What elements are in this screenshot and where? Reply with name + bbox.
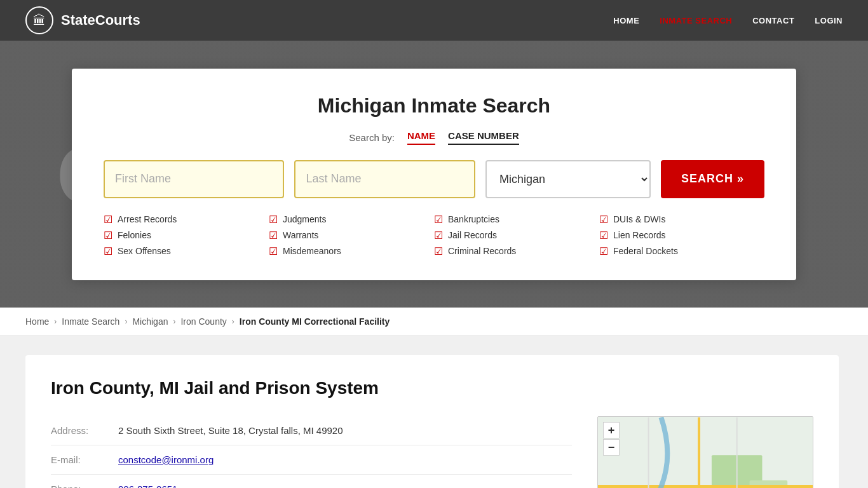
search-card-title: Michigan Inmate Search	[104, 94, 764, 118]
email-row: E-mail: constcode@ironmi.org	[51, 445, 572, 475]
search-by-label: Search by:	[349, 132, 395, 143]
checkbox-item: ☑Misdemeanors	[269, 245, 434, 257]
checkmark-icon: ☑	[599, 245, 608, 257]
checkbox-label: Warrants	[283, 230, 318, 240]
last-name-input[interactable]	[294, 160, 475, 198]
phone-link-digit[interactable]: 1	[172, 484, 177, 488]
checkmark-icon: ☑	[434, 214, 443, 226]
checkmark-icon: ☑	[434, 245, 443, 257]
email-link[interactable]: constcode@ironmi.org	[118, 454, 214, 465]
search-card: Michigan Inmate Search Search by: NAME C…	[72, 69, 796, 280]
breadcrumb-sep-3: ›	[173, 317, 175, 326]
checkmark-icon: ☑	[599, 229, 608, 241]
checkbox-label: Felonies	[118, 230, 151, 240]
checkbox-item: ☑Criminal Records	[434, 245, 599, 257]
checkbox-item: ☑Bankruptcies	[434, 214, 599, 226]
checkmark-icon: ☑	[104, 214, 112, 226]
checkbox-label: Arrest Records	[118, 214, 177, 224]
address-row: Address: 2 South Sixth Street, Suite 18,…	[51, 416, 572, 445]
logo-icon: 🏛	[25, 6, 53, 34]
tab-name[interactable]: NAME	[407, 130, 435, 145]
address-label: Address:	[51, 425, 108, 436]
map-svg	[598, 417, 813, 488]
search-by-row: Search by: NAME CASE NUMBER	[104, 130, 764, 145]
checkbox-item: ☑Judgments	[269, 214, 434, 226]
breadcrumb-michigan[interactable]: Michigan	[132, 316, 168, 327]
breadcrumb-sep-1: ›	[54, 317, 57, 326]
checkbox-label: Lien Records	[613, 230, 666, 240]
checkbox-item: ☑Lien Records	[599, 229, 764, 241]
checkbox-label: Federal Dockets	[613, 246, 678, 256]
checkbox-label: Misdemeanors	[283, 246, 341, 256]
search-inputs-row: Michigan Alabama Alaska California Flori…	[104, 160, 764, 198]
checkbox-item: ☑Sex Offenses	[104, 245, 269, 257]
checkbox-item: ☑Federal Dockets	[599, 245, 764, 257]
breadcrumb: Home › Inmate Search › Michigan › Iron C…	[0, 308, 868, 336]
checkbox-item: ☑Arrest Records	[104, 214, 269, 226]
checkmark-icon: ☑	[269, 245, 278, 257]
first-name-input[interactable]	[104, 160, 284, 198]
phone-label: Phone:	[51, 484, 108, 488]
breadcrumb-iron-county[interactable]: Iron County	[180, 316, 226, 327]
phone-row: Phone: 906-875-0651	[51, 475, 572, 488]
facility-info-section: Address: 2 South Sixth Street, Suite 18,…	[51, 416, 813, 488]
hero-section: COURTHOUSE Michigan Inmate Search Search…	[0, 41, 868, 308]
logo-text: StateCourts	[61, 12, 140, 29]
breadcrumb-sep-4: ›	[232, 317, 234, 326]
nav-contact[interactable]: CONTACT	[752, 16, 794, 25]
checkbox-label: DUIs & DWIs	[613, 214, 665, 224]
checkbox-item: ☑Jail Records	[434, 229, 599, 241]
site-header: 🏛 StateCourts HOME INMATE SEARCH CONTACT…	[0, 0, 868, 41]
checkboxes-grid: ☑Arrest Records☑Judgments☑Bankruptcies☑D…	[104, 214, 764, 257]
content-card: Iron County, MI Jail and Prison System A…	[25, 355, 839, 488]
checkbox-label: Sex Offenses	[118, 246, 171, 256]
map-controls: + −	[603, 422, 620, 456]
checkbox-item: ☑DUIs & DWIs	[599, 214, 764, 226]
breadcrumb-home[interactable]: Home	[25, 316, 49, 327]
site-logo[interactable]: 🏛 StateCourts	[25, 6, 140, 34]
facility-title: Iron County, MI Jail and Prison System	[51, 378, 813, 398]
nav-login[interactable]: LOGIN	[815, 16, 843, 25]
checkbox-label: Jail Records	[448, 230, 497, 240]
checkmark-icon: ☑	[599, 214, 608, 226]
checkmark-icon: ☑	[434, 229, 443, 241]
email-label: E-mail:	[51, 454, 108, 465]
state-select[interactable]: Michigan Alabama Alaska California Flori…	[485, 160, 651, 198]
checkbox-item: ☑Warrants	[269, 229, 434, 241]
breadcrumb-inmate-search[interactable]: Inmate Search	[62, 316, 119, 327]
main-nav: HOME INMATE SEARCH CONTACT LOGIN	[613, 16, 843, 25]
breadcrumb-current: Iron County MI Correctional Facility	[240, 316, 390, 327]
checkmark-icon: ☑	[269, 214, 278, 226]
checkmark-icon: ☑	[104, 245, 112, 257]
facility-info-left: Address: 2 South Sixth Street, Suite 18,…	[51, 416, 572, 488]
tab-case-number[interactable]: CASE NUMBER	[448, 130, 519, 145]
checkbox-label: Criminal Records	[448, 246, 516, 256]
checkmark-icon: ☑	[104, 229, 112, 241]
checkbox-label: Bankruptcies	[448, 214, 499, 224]
main-content: Iron County, MI Jail and Prison System A…	[0, 336, 868, 488]
checkmark-icon: ☑	[269, 229, 278, 241]
nav-home[interactable]: HOME	[613, 16, 639, 25]
svg-rect-0	[598, 417, 813, 488]
nav-inmate-search[interactable]: INMATE SEARCH	[660, 16, 732, 25]
checkbox-label: Judgments	[283, 214, 326, 224]
map-zoom-in[interactable]: +	[603, 422, 620, 438]
checkbox-item: ☑Felonies	[104, 229, 269, 241]
breadcrumb-sep-2: ›	[125, 317, 127, 326]
phone-value: 906-875-0651	[118, 484, 177, 488]
map-area: + −	[597, 416, 813, 488]
address-value: 2 South Sixth Street, Suite 18, Crystal …	[118, 425, 343, 436]
map-zoom-out[interactable]: −	[603, 439, 620, 456]
search-button[interactable]: SEARCH »	[661, 160, 764, 198]
